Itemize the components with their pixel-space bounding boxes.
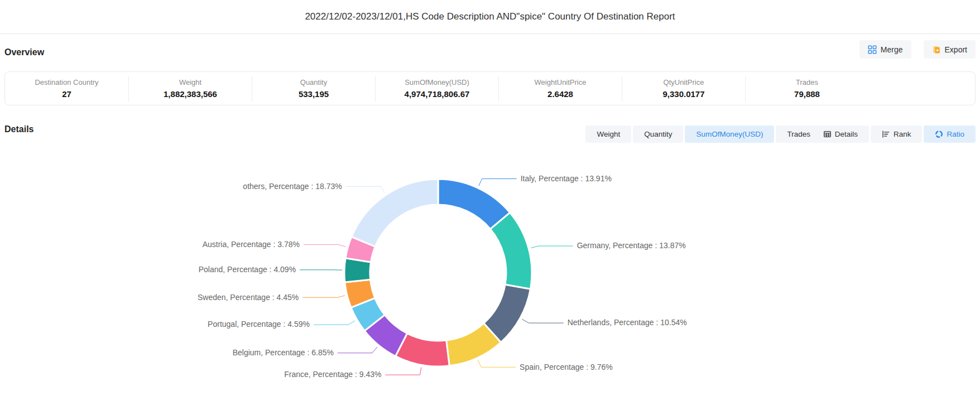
stat-qtyunitprice: QtyUnitPrice9,330.0177	[622, 76, 745, 102]
view-tab-group: DetailsRankRatio	[812, 125, 976, 143]
stat-label: Weight	[179, 78, 201, 86]
stat-label: SumOfMoney(USD)	[405, 78, 469, 86]
pie-label-line-germany	[531, 246, 573, 248]
stat-label: QtyUnitPrice	[664, 78, 704, 86]
pie-label-line-spain	[478, 360, 516, 368]
pie-label-netherlands: Netherlands, Percentage : 10.54%	[568, 318, 687, 327]
ratio-icon	[935, 130, 943, 138]
stat-weight: Weight1,882,383,566	[128, 76, 252, 102]
pie-label-line-netherlands	[522, 319, 564, 323]
tab-label: Details	[835, 130, 858, 138]
pie-label-spain: Spain, Percentage : 9.76%	[520, 363, 613, 371]
title-divider	[0, 33, 980, 34]
header-actions: Merge Export	[859, 40, 976, 59]
pie-label-france: France, Percentage : 9.43%	[284, 370, 381, 379]
stat-value: 2.6428	[547, 89, 573, 99]
export-button-label: Export	[945, 45, 967, 54]
stat-destination-country: Destination Country27	[5, 76, 128, 102]
merge-button[interactable]: Merge	[859, 40, 911, 59]
stat-value: 1,882,383,566	[164, 89, 217, 99]
overview-heading: Overview	[4, 47, 44, 57]
pie-label-others: others, Percentage : 18.73%	[243, 182, 342, 191]
tab-label: Trades	[787, 130, 810, 138]
stat-label: Quantity	[300, 78, 327, 86]
tab-label: Quantity	[644, 130, 672, 138]
donut-chart: Italy, Percentage : 13.91%Germany, Perce…	[0, 149, 980, 420]
stat-trades: Trades79,888	[745, 76, 868, 102]
pie-label-portugal: Portugal, Percentage : 4.59%	[208, 320, 310, 329]
merge-icon	[868, 45, 877, 54]
tab-label: Rank	[893, 130, 911, 138]
pie-label-line-portugal	[314, 321, 355, 325]
pie-label-line-italy	[479, 179, 517, 186]
view-tab-rank[interactable]: Rank	[871, 125, 923, 143]
stat-value: 79,888	[794, 89, 820, 99]
tab-sumofmoney-usd[interactable]: SumOfMoney(USD)	[685, 125, 774, 143]
donut-chart-area: Italy, Percentage : 13.91%Germany, Perce…	[0, 149, 980, 420]
view-tab-details[interactable]: Details	[812, 125, 869, 143]
details-heading: Details	[4, 124, 33, 134]
tab-label: SumOfMoney(USD)	[696, 130, 763, 138]
stat-value: 4,974,718,806.67	[405, 89, 470, 99]
tab-quantity[interactable]: Quantity	[633, 125, 683, 143]
pie-slice-others[interactable]	[352, 179, 438, 247]
pie-label-line-others	[346, 186, 385, 193]
metric-tab-group: WeightQuantitySumOfMoney(USD)Trades	[585, 125, 822, 143]
stat-label: Trades	[796, 78, 818, 86]
report-page: 2022/12/02-2023/12/01,HS Code Descriptio…	[0, 0, 980, 420]
rank-icon	[882, 130, 890, 138]
table-icon	[823, 130, 832, 138]
pie-label-poland: Poland, Percentage : 4.09%	[199, 265, 296, 274]
merge-button-label: Merge	[881, 45, 903, 54]
tab-label: Weight	[597, 130, 620, 138]
pie-slice-germany[interactable]	[491, 213, 532, 289]
stat-value: 27	[62, 89, 71, 99]
overview-stats-bar: Destination Country27Weight1,882,383,566…	[4, 71, 976, 105]
stat-quantity: Quantity533,195	[252, 76, 375, 102]
view-tab-ratio[interactable]: Ratio	[924, 125, 976, 143]
tab-weight[interactable]: Weight	[585, 125, 631, 143]
stat-label: WeightUnitPrice	[535, 78, 587, 86]
stat-value: 533,195	[299, 89, 329, 99]
pie-label-austria: Austria, Percentage : 3.78%	[203, 240, 300, 249]
stat-sumofmoney-usd: SumOfMoney(USD)4,974,718,806.67	[375, 76, 498, 102]
tab-label: Ratio	[947, 130, 964, 138]
pie-label-line-belgium	[338, 347, 377, 353]
pie-label-line-austria	[304, 245, 346, 247]
export-button[interactable]: Export	[924, 40, 976, 59]
pie-label-line-france	[386, 367, 421, 375]
pie-label-germany: Germany, Percentage : 13.87%	[577, 241, 686, 250]
page-title: 2022/12/02-2023/12/01,HS Code Descriptio…	[0, 0, 980, 33]
stat-value: 9,330.0177	[662, 89, 704, 99]
stat-label: Destination Country	[35, 78, 98, 86]
pie-label-italy: Italy, Percentage : 13.91%	[521, 174, 612, 183]
stat-weightunitprice: WeightUnitPrice2.6428	[498, 76, 622, 102]
pie-label-sweden: Sweden, Percentage : 4.45%	[198, 293, 299, 302]
export-icon	[932, 45, 941, 54]
pie-label-belgium: Belgium, Percentage : 6.85%	[233, 348, 334, 357]
pie-label-line-sweden	[302, 296, 345, 297]
